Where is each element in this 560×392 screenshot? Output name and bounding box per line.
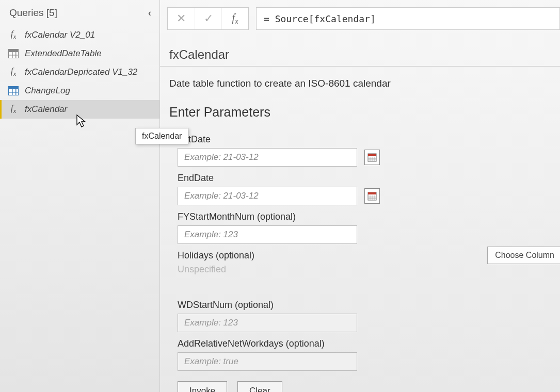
param-label-startdate: tartDate: [178, 134, 560, 145]
fx-icon: fx: [7, 66, 20, 78]
param-label-wdstartnum: WDStartNum (optional): [178, 300, 560, 311]
calendar-icon: [367, 152, 377, 162]
input-placeholder: Example: 123: [184, 318, 238, 328]
clear-button[interactable]: Clear: [237, 381, 282, 392]
param-input-addrelativenetworkdays[interactable]: Example: true: [178, 352, 357, 371]
date-picker-button-startdate[interactable]: [364, 150, 380, 165]
formula-bar: ✕ ✓ fx = Source[fxCalendar]: [167, 7, 560, 30]
param-input-startdate[interactable]: Example: 21-03-12: [178, 148, 357, 167]
calendar-icon: [367, 191, 377, 201]
main-panel: ✕ ✓ fx = Source[fxCalendar] fxCalendar D…: [160, 0, 560, 392]
enter-parameters-heading: Enter Parameters: [169, 105, 560, 120]
close-icon: ✕: [177, 12, 186, 25]
collapse-sidebar-button[interactable]: ‹: [148, 8, 151, 19]
date-picker-button-enddate[interactable]: [364, 188, 380, 204]
query-item-tooltip: fxCalendar: [135, 128, 188, 144]
formula-commit-button[interactable]: ✓: [195, 8, 221, 29]
choose-column-button[interactable]: Choose Column: [487, 247, 560, 264]
query-item-label: fxCalendarDepricated V1_32: [25, 67, 137, 77]
divider: [160, 66, 560, 67]
table-icon: [7, 49, 20, 58]
param-input-fystartmonthnum[interactable]: Example: 123: [178, 225, 357, 244]
query-item-fxcalendar-v2-01[interactable]: fx fxCalendar V2_01: [0, 26, 159, 44]
query-item-label: fxCalendar: [25, 104, 67, 115]
input-placeholder: Example: 21-03-12: [184, 152, 259, 162]
formula-input[interactable]: = Source[fxCalendar]: [256, 7, 560, 30]
button-label: Clear: [249, 386, 270, 392]
check-icon: ✓: [204, 12, 213, 25]
table-icon: [7, 86, 20, 95]
param-input-wdstartnum[interactable]: Example: 123: [178, 314, 357, 332]
fx-icon: fx: [7, 103, 20, 115]
query-item-fxcalendar[interactable]: fx fxCalendar: [0, 100, 159, 119]
input-placeholder: Example: 21-03-12: [184, 191, 259, 201]
fx-icon: fx: [7, 29, 20, 41]
formula-text: = Source[fxCalendar]: [264, 13, 376, 24]
param-label-fystartmonthnum: FYStartMonthNum (optional): [178, 211, 560, 222]
param-holidays-unspecified: Unspecified: [178, 264, 560, 275]
param-label-enddate: EndDate: [178, 173, 560, 184]
fx-icon: fx: [232, 12, 238, 26]
param-label-addrelativenetworkdays: AddRelativeNetWorkdays (optional): [178, 338, 560, 349]
input-placeholder: Example: 123: [184, 230, 238, 240]
param-input-enddate[interactable]: Example: 21-03-12: [178, 187, 357, 205]
query-item-label: ExtendedDateTable: [25, 48, 102, 59]
button-label: Choose Column: [495, 251, 554, 260]
button-label: Invoke: [189, 386, 215, 392]
function-description: Date table function to create an ISO-860…: [169, 78, 560, 89]
query-item-label: ChangeLog: [25, 86, 70, 96]
function-name: fxCalendar: [169, 47, 560, 62]
input-placeholder: Example: true: [184, 356, 238, 367]
query-item-changelog[interactable]: ChangeLog: [0, 81, 159, 100]
svg-rect-1: [368, 154, 376, 156]
formula-cancel-button[interactable]: ✕: [168, 8, 195, 29]
queries-sidebar: Queries [5] ‹ fx fxCalendar V2_01 Extend…: [0, 0, 160, 392]
invoke-button[interactable]: Invoke: [178, 381, 227, 392]
formula-fx-button[interactable]: fx: [221, 8, 248, 29]
query-item-label: fxCalendar V2_01: [25, 30, 95, 40]
svg-rect-8: [368, 192, 376, 194]
queries-panel-title: Queries [5]: [9, 7, 57, 19]
query-item-fxcalendardepricated[interactable]: fx fxCalendarDepricated V1_32: [0, 63, 159, 81]
query-item-extendeddatetable[interactable]: ExtendedDateTable: [0, 44, 159, 63]
query-list: fx fxCalendar V2_01 ExtendedDateTable fx…: [0, 26, 159, 119]
